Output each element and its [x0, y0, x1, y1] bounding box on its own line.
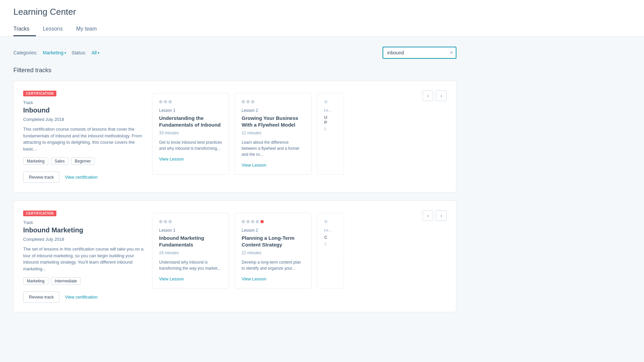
- status-label: Status:: [71, 50, 86, 55]
- lesson-card-2-inbound-marketing: Lesson 2 Planning a Long-Term Content St…: [235, 213, 312, 288]
- partial-duration: 2.: [324, 127, 337, 131]
- track-left-inbound: CERTIFICATION Track Inbound Completed Ju…: [23, 90, 144, 183]
- track-label-inbound-marketing: Track: [23, 220, 144, 225]
- track-actions-inbound-marketing: Review track View certification: [23, 291, 144, 303]
- lesson-card-1-inbound-marketing: Lesson 1 Inbound Marketing Fundamentals …: [152, 213, 229, 288]
- track-desc-inbound-marketing: The set of lessons in this certification…: [23, 246, 144, 272]
- filters-row: Categories: Marketing ▾ Status: All ▾ ×: [13, 47, 456, 59]
- filters-left: Categories: Marketing ▾ Status: All ▾: [13, 50, 99, 55]
- lesson-desc-im-2: Develop a long-term content plan to iden…: [242, 259, 305, 271]
- dot-im-2-4: [256, 220, 259, 223]
- next-arrow-inbound-marketing[interactable]: ›: [436, 210, 447, 221]
- nav-arrows-inbound-marketing: ‹ ›: [423, 210, 447, 221]
- partial-duration-im: 2.: [324, 242, 337, 246]
- lesson-label-1: Lesson 1: [159, 108, 222, 113]
- dot-3: [168, 100, 172, 103]
- cert-badge-inbound-marketing: CERTIFICATION: [23, 211, 56, 216]
- track-card-inbound-marketing: CERTIFICATION Track Inbound Marketing Co…: [13, 200, 456, 312]
- dot-1: [159, 100, 162, 103]
- partial-label-im: Le...: [324, 228, 337, 232]
- lessons-row-inbound-marketing: Lesson 1 Inbound Marketing Fundamentals …: [152, 210, 447, 288]
- partial-title: UP: [324, 115, 337, 125]
- dot-im-2-2: [246, 220, 250, 223]
- view-lesson-link-im-2[interactable]: View Lesson: [242, 276, 266, 281]
- dot-im-3: [168, 220, 172, 223]
- lesson-dots-partial-im: [324, 220, 337, 223]
- dot-2: [246, 100, 250, 103]
- lesson-desc-2: Learn about the difference between a fly…: [242, 139, 305, 157]
- tag-intermediate: Intermediate: [51, 277, 81, 285]
- tag-marketing: Marketing: [23, 157, 48, 165]
- cert-badge-inbound: CERTIFICATION: [23, 91, 56, 96]
- tab-lessons[interactable]: Lessons: [43, 22, 69, 36]
- lesson-dots-partial: [324, 100, 337, 103]
- prev-arrow-inbound-marketing[interactable]: ‹: [423, 210, 433, 221]
- track-card-inbound: CERTIFICATION Track Inbound Completed Ju…: [13, 81, 456, 192]
- lesson-dots-im-1: [159, 220, 222, 223]
- nav-arrows-inbound: ‹ ›: [423, 90, 447, 101]
- track-left-inbound-marketing: CERTIFICATION Track Inbound Marketing Co…: [23, 210, 144, 303]
- lesson-label-im-2: Lesson 2: [242, 228, 305, 233]
- track-actions-inbound: Review track View certification: [23, 172, 144, 183]
- view-lesson-link-1[interactable]: View Lesson: [159, 156, 184, 162]
- next-arrow-inbound[interactable]: ›: [436, 90, 447, 101]
- track-label-inbound: Track: [23, 100, 144, 105]
- lesson-desc-im-1: Understand why inbound is transforming t…: [159, 259, 222, 271]
- track-right-inbound: ‹ › Lesson 1 Understanding the Fundament…: [152, 90, 447, 183]
- status-chevron-icon: ▾: [98, 51, 99, 55]
- lesson-label-im-1: Lesson 1: [159, 228, 222, 233]
- track-desc-inbound: This certification course consists of le…: [23, 126, 144, 152]
- section-title: Filtered tracks: [13, 67, 456, 74]
- lesson-duration-2: 11 minutes: [242, 131, 305, 135]
- status-filter[interactable]: All ▾: [92, 50, 100, 55]
- lesson-card-1-inbound: Lesson 1 Understanding the Fundamentals …: [152, 93, 229, 175]
- lesson-card-2-inbound: Lesson 2 Growing Your Business With a Fl…: [235, 93, 312, 175]
- review-track-button-inbound[interactable]: Review track: [23, 172, 59, 183]
- track-tags-inbound: Marketing Sales Beginner: [23, 157, 144, 165]
- dot-pm1: [324, 220, 328, 223]
- lesson-card-partial-inbound-marketing: Le... C 2.: [317, 213, 344, 288]
- search-input[interactable]: [383, 47, 456, 59]
- search-clear-icon[interactable]: ×: [450, 50, 453, 56]
- dot-3: [251, 100, 254, 103]
- track-name-inbound: Inbound: [23, 106, 144, 114]
- lesson-duration-im-2: 21 minutes: [242, 251, 305, 255]
- partial-label: Le...: [324, 108, 337, 112]
- view-lesson-link-2[interactable]: View Lesson: [242, 163, 266, 168]
- categories-label: Categories:: [13, 50, 38, 55]
- view-lesson-link-im-1[interactable]: View Lesson: [159, 276, 184, 281]
- track-right-inbound-marketing: ‹ › Lesson 1 Inbound Marketing Fundament…: [152, 210, 447, 303]
- header: Learning Center Tracks Lessons My team: [0, 0, 644, 37]
- lesson-duration-im-1: 24 minutes: [159, 251, 222, 255]
- lessons-row-inbound: Lesson 1 Understanding the Fundamentals …: [152, 90, 447, 175]
- track-completed-inbound: Completed July 2018: [23, 117, 144, 122]
- tab-my-team[interactable]: My team: [76, 22, 103, 36]
- lesson-label-2: Lesson 2: [242, 108, 305, 113]
- tag-beginner: Beginner: [71, 157, 95, 165]
- track-completed-inbound-marketing: Completed July 2018: [23, 237, 144, 242]
- lesson-desc-1: Get to know inbound best practices and w…: [159, 139, 222, 151]
- lesson-title-2: Growing Your Business With a Flywheel Mo…: [242, 115, 305, 128]
- categories-filter[interactable]: Marketing ▾: [43, 50, 66, 55]
- prev-arrow-inbound[interactable]: ‹: [423, 90, 433, 101]
- nav-tabs: Tracks Lessons My team: [13, 22, 631, 36]
- status-value: All: [92, 50, 97, 55]
- lesson-card-partial-inbound: Le... UP 2.: [317, 93, 344, 175]
- lesson-title-1: Understanding the Fundamentals of Inboun…: [159, 115, 222, 128]
- dot-1: [242, 100, 245, 103]
- view-certification-link-inbound-marketing[interactable]: View certification: [65, 295, 97, 300]
- dot-im-1: [159, 220, 162, 223]
- review-track-button-inbound-marketing[interactable]: Review track: [23, 291, 59, 303]
- view-certification-link-inbound[interactable]: View certification: [65, 175, 97, 180]
- tag-marketing-2: Marketing: [23, 277, 48, 285]
- dot-2: [164, 100, 167, 103]
- track-name-inbound-marketing: Inbound Marketing: [23, 226, 144, 234]
- dot-im-2-5: [260, 220, 264, 223]
- tag-sales: Sales: [51, 157, 68, 165]
- dot-p1: [324, 100, 328, 103]
- lesson-title-im-1: Inbound Marketing Fundamentals: [159, 235, 222, 248]
- lesson-dots-1: [159, 100, 222, 103]
- dot-im-2: [164, 220, 167, 223]
- tab-tracks[interactable]: Tracks: [13, 22, 36, 36]
- partial-title-im: C: [324, 235, 337, 240]
